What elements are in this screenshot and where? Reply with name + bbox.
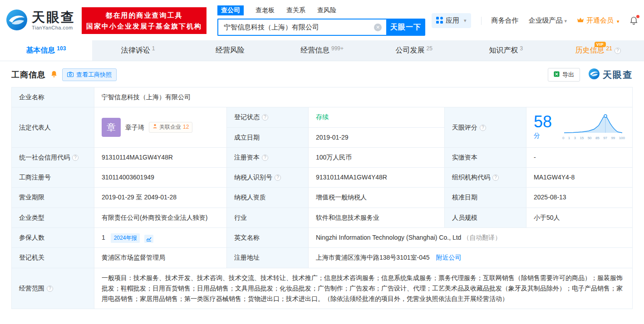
related-companies-tag[interactable]: 关联企业 12	[149, 122, 192, 133]
approval-date-value: 2025-08-13	[526, 188, 633, 208]
help-icon[interactable]	[47, 285, 53, 292]
search-block: 查公司 查老板 查关系 查风险 天眼一下	[217, 5, 425, 36]
tab-legal-proceedings[interactable]: 法律诉讼 1	[92, 40, 184, 61]
tab-company-development[interactable]: 公司发展 25	[368, 40, 460, 61]
org-code-value: MA1GW4Y4-8	[526, 168, 633, 188]
help-icon[interactable]	[262, 155, 268, 161]
help-icon[interactable]	[72, 155, 79, 161]
insured-count-cell: 1 2024年报	[94, 227, 227, 248]
company-name-value: 宁智信息科技（上海）有限公司	[94, 87, 633, 107]
crown-icon	[577, 17, 584, 24]
vip-caret-icon	[616, 17, 619, 24]
logo-brand-text: 天眼查	[32, 11, 75, 24]
nav-vip-upgrade[interactable]: 开通会员	[577, 16, 619, 25]
credit-code-value: 91310114MA1GW4Y48R	[94, 148, 227, 168]
top-header: 天眼查 TianYanCha.com 都在用的商业查询工具 国家中小企业发展子基…	[0, 0, 644, 40]
snapshot-button-label: 查看工商快照	[76, 71, 112, 79]
help-icon[interactable]	[275, 174, 281, 181]
related-companies-label: 关联企业	[159, 123, 181, 132]
search-input-wrap	[217, 19, 386, 36]
reg-address-cell: 上海市黄浦区淮海中路138号3101室-045 附近公司	[309, 248, 633, 268]
score-label: 天眼评分	[445, 107, 526, 148]
tab-intellectual-property[interactable]: 知识产权 3	[460, 40, 552, 61]
apps-button[interactable]: 应用	[432, 13, 471, 28]
main-tab-bar: 基本信息 103 法律诉讼 1 经营风险 经营信息 999+ 公司发展 25 知…	[0, 40, 644, 61]
tab-history-info[interactable]: VIP 历史信息 21	[552, 40, 644, 61]
english-name-value: Ningzhi Information Technology (Shanghai…	[316, 234, 461, 241]
tab-operating-risk[interactable]: 经营风险	[184, 40, 276, 61]
watermark-logo-icon	[588, 68, 600, 82]
business-scope-value: 一般项目：技术服务、技术开发、技术咨询、技术交流、技术转让、技术推广；信息技术咨…	[94, 268, 633, 309]
export-button[interactable]: 导出	[548, 68, 580, 82]
taxpayer-id-label: 纳税人识别号	[227, 168, 309, 188]
help-icon[interactable]	[262, 114, 268, 121]
section-title: 工商信息	[11, 69, 46, 80]
apps-label: 应用	[446, 16, 459, 25]
search-button[interactable]: 天眼一下	[386, 19, 425, 36]
approval-date-label: 核准日期	[445, 188, 526, 208]
help-icon[interactable]	[480, 125, 486, 131]
tab-company-development-count: 25	[427, 45, 433, 52]
search-tab-risk[interactable]: 查风险	[317, 6, 336, 15]
score-value: 58分	[534, 114, 556, 141]
subscribe-bell-icon[interactable]	[50, 70, 58, 80]
tab-operating-risk-label: 经营风险	[216, 46, 245, 55]
legal-rep-avatar[interactable]: 章	[102, 118, 121, 137]
tab-intellectual-property-count: 3	[520, 45, 523, 52]
annual-report-tag[interactable]: 2024年报	[111, 233, 140, 243]
promo-banner-line1: 都在用的商业查询工具	[86, 10, 202, 20]
watermark-text: 天眼查	[603, 69, 633, 81]
business-term-value: 2019-01-29 至 2049-01-28	[94, 188, 227, 208]
reg-capital-value: 100万人民币	[309, 148, 445, 168]
related-companies-count: 12	[183, 123, 189, 132]
help-icon[interactable]	[492, 174, 499, 181]
score-cell: 58分 0131550859799100	[526, 107, 633, 148]
table-row: 参保人数 1 2024年报 英文名称 Ningzhi Information T…	[12, 227, 633, 248]
reg-authority-label: 登记机关	[12, 248, 94, 268]
promo-banner: 都在用的商业查询工具 国家中小企业发展子基金旗下机构	[82, 7, 206, 34]
tab-business-info[interactable]: 经营信息 999+	[276, 40, 368, 61]
table-row: 统一社会信用代码 91310114MA1GW4Y48R 注册资本 100万人民币…	[12, 148, 633, 168]
search-tab-boss[interactable]: 查老板	[256, 6, 275, 15]
table-row: 营业期限 2019-01-29 至 2049-01-28 纳税人资质 增值税一般…	[12, 188, 633, 208]
industry-value: 软件和信息技术服务业	[309, 208, 445, 227]
clear-icon[interactable]	[374, 24, 382, 31]
reg-authority-value: 黄浦区市场监督管理局	[94, 248, 227, 268]
excel-icon	[554, 71, 560, 78]
trend-chart-icon[interactable]	[144, 235, 153, 243]
paid-capital-value: -	[526, 148, 633, 168]
help-icon[interactable]	[615, 48, 621, 54]
nav-business-cooperation[interactable]: 商务合作	[492, 16, 519, 25]
legal-rep-name[interactable]: 章子琦	[125, 122, 144, 133]
taxpayer-quality-label: 纳税人资质	[227, 188, 309, 208]
english-name-label: 英文名称	[227, 227, 309, 248]
vip-badge: VIP	[595, 42, 606, 47]
tab-history-info-label: 历史信息	[575, 46, 604, 55]
tab-business-info-count: 999+	[331, 45, 344, 52]
snapshot-button[interactable]: 查看工商快照	[62, 68, 117, 81]
table-row: 经营范围 一般项目：技术服务、技术开发、技术咨询、技术交流、技术转让、技术推广；…	[12, 268, 633, 309]
english-name-note: （自动翻译）	[463, 234, 501, 241]
nav-divider	[481, 17, 482, 25]
nearby-companies-link[interactable]: 附近公司	[436, 254, 461, 261]
tab-basic-info[interactable]: 基本信息 103	[0, 40, 92, 61]
nav-enterprise-products[interactable]: 企业级产品	[529, 16, 567, 25]
vip-label: 开通会员	[586, 16, 614, 25]
reg-address-label: 注册地址	[227, 248, 309, 268]
export-button-label: 导出	[562, 71, 574, 79]
tab-business-info-label: 经营信息	[300, 46, 329, 55]
tab-legal-proceedings-label: 法律诉讼	[121, 46, 150, 55]
tianyancha-watermark: 天眼查	[588, 68, 633, 82]
search-input[interactable]	[218, 19, 386, 35]
insured-count-label: 参保人数	[12, 227, 94, 248]
notification-bell-icon[interactable]	[629, 16, 638, 25]
table-row: 企业名称 宁智信息科技（上海）有限公司	[12, 87, 633, 107]
search-tab-company[interactable]: 查公司	[217, 5, 244, 15]
reg-status-value: 存续	[309, 107, 445, 128]
company-type-label: 企业类型	[12, 208, 94, 227]
establish-date-label: 成立日期	[227, 127, 309, 148]
search-tab-relation[interactable]: 查关系	[286, 6, 305, 15]
business-term-label: 营业期限	[12, 188, 94, 208]
tianyancha-logo[interactable]: 天眼查 TianYanCha.com	[5, 9, 75, 33]
staff-size-label: 人员规模	[445, 208, 526, 227]
